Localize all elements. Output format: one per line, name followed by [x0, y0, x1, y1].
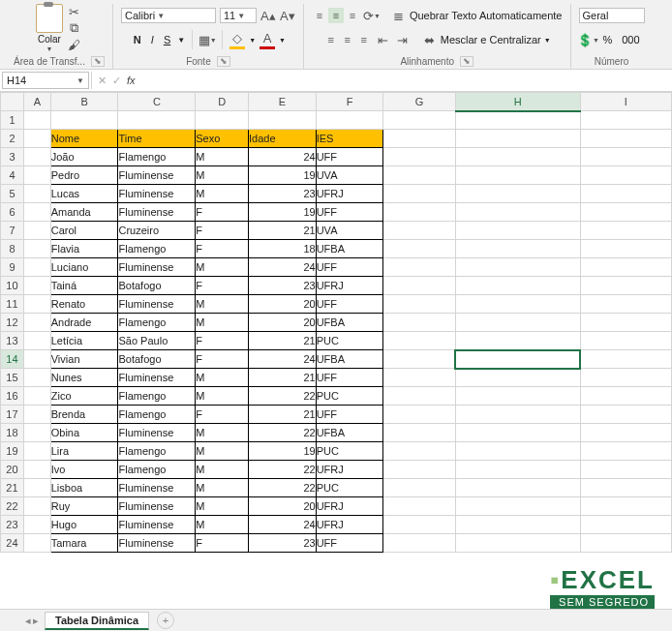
- cell[interactable]: 20: [249, 497, 317, 516]
- cell[interactable]: 19: [249, 203, 317, 222]
- cell[interactable]: Carol: [50, 222, 118, 240]
- cell[interactable]: [580, 130, 671, 148]
- wrap-text-button[interactable]: ≣ Quebrar Texto Automaticamente: [391, 8, 563, 23]
- cell[interactable]: [383, 277, 455, 295]
- cell[interactable]: 24: [249, 148, 317, 166]
- col-header[interactable]: H: [455, 93, 580, 111]
- cell[interactable]: 23: [249, 277, 317, 295]
- cell[interactable]: M: [196, 497, 249, 516]
- percent-button[interactable]: %: [599, 33, 615, 46]
- cell[interactable]: [23, 479, 50, 497]
- tab-prev-icon[interactable]: ◂: [25, 615, 31, 627]
- cell[interactable]: 23: [249, 534, 317, 553]
- cell[interactable]: 24: [249, 516, 317, 534]
- cell[interactable]: [580, 442, 671, 461]
- number-format-dropdown[interactable]: Geral: [579, 8, 645, 23]
- row-header[interactable]: 2: [1, 130, 24, 148]
- cell[interactable]: [23, 166, 50, 185]
- comma-button[interactable]: 000: [619, 33, 642, 46]
- cell[interactable]: [23, 130, 50, 148]
- cell[interactable]: [23, 350, 50, 369]
- cell[interactable]: Letícia: [50, 332, 118, 350]
- cell[interactable]: Flamengo: [118, 240, 196, 258]
- cell[interactable]: [455, 479, 580, 497]
- cell[interactable]: [580, 277, 671, 295]
- row-header[interactable]: 19: [1, 442, 24, 461]
- cell[interactable]: [580, 369, 671, 387]
- cell[interactable]: [383, 497, 455, 516]
- cell[interactable]: F: [196, 350, 249, 369]
- cell[interactable]: [455, 516, 580, 534]
- align-right-icon[interactable]: ≡: [356, 32, 372, 47]
- cell[interactable]: [580, 111, 671, 130]
- cell[interactable]: Fluminense: [118, 497, 196, 516]
- cell[interactable]: [383, 350, 455, 369]
- cell[interactable]: [455, 534, 580, 553]
- cell[interactable]: UFF: [316, 258, 383, 277]
- increase-font-icon[interactable]: A▴: [260, 8, 276, 23]
- align-left-icon[interactable]: ≡: [323, 32, 339, 47]
- cell[interactable]: [383, 240, 455, 258]
- cell[interactable]: UFF: [316, 203, 383, 222]
- cell[interactable]: [383, 406, 455, 424]
- cell[interactable]: [23, 369, 50, 387]
- cell[interactable]: [455, 461, 580, 479]
- cell[interactable]: Ivo: [50, 461, 118, 479]
- cell[interactable]: [580, 406, 671, 424]
- cell[interactable]: [383, 479, 455, 497]
- cell[interactable]: UFF: [316, 148, 383, 166]
- tab-next-icon[interactable]: ▸: [33, 615, 39, 627]
- row-header[interactable]: 9: [1, 258, 24, 277]
- cell[interactable]: [23, 314, 50, 332]
- cell[interactable]: PUC: [316, 332, 383, 350]
- cell[interactable]: [455, 185, 580, 203]
- cell[interactable]: [580, 387, 671, 406]
- cell[interactable]: 22: [249, 424, 317, 442]
- cell[interactable]: [455, 258, 580, 277]
- cell[interactable]: [383, 534, 455, 553]
- cell[interactable]: Flavia: [50, 240, 118, 258]
- cell[interactable]: [455, 111, 580, 130]
- cell[interactable]: Luciano: [50, 258, 118, 277]
- cell[interactable]: Flamengo: [118, 442, 196, 461]
- cell[interactable]: [249, 111, 317, 130]
- cell[interactable]: F: [196, 332, 249, 350]
- paste-button[interactable]: Colar ▼: [36, 4, 63, 52]
- cell[interactable]: [383, 130, 455, 148]
- cell[interactable]: UFF: [316, 406, 383, 424]
- cell[interactable]: UFBA: [316, 424, 383, 442]
- cancel-icon[interactable]: ✕: [98, 75, 107, 87]
- cell[interactable]: [580, 166, 671, 185]
- row-header[interactable]: 18: [1, 424, 24, 442]
- cell[interactable]: [455, 369, 580, 387]
- indent-inc-icon[interactable]: ⇥: [395, 32, 411, 47]
- align-top-icon[interactable]: ≡: [312, 8, 327, 23]
- spreadsheet-grid[interactable]: ABCDEFGHI12NomeTimeSexoIdadeIES3JoãoFlam…: [0, 92, 672, 553]
- cell[interactable]: Fluminense: [118, 295, 196, 314]
- format-painter-icon[interactable]: 🖌: [67, 37, 82, 52]
- cell[interactable]: F: [196, 534, 249, 553]
- cell[interactable]: UFBA: [316, 350, 383, 369]
- cell[interactable]: 19: [249, 442, 317, 461]
- cell[interactable]: UFRJ: [316, 185, 383, 203]
- cell[interactable]: Vivian: [50, 350, 118, 369]
- cell[interactable]: Flamengo: [118, 387, 196, 406]
- cell[interactable]: 21: [249, 369, 317, 387]
- currency-icon[interactable]: 💲▼: [580, 32, 596, 47]
- cell[interactable]: F: [196, 406, 249, 424]
- cell[interactable]: [23, 461, 50, 479]
- cell[interactable]: [455, 295, 580, 314]
- cell[interactable]: [580, 461, 671, 479]
- cell[interactable]: [580, 479, 671, 497]
- cell[interactable]: Fluminense: [118, 166, 196, 185]
- copy-icon[interactable]: ⧉: [67, 20, 82, 36]
- cell[interactable]: 20: [249, 314, 317, 332]
- cell[interactable]: [580, 534, 671, 553]
- cell[interactable]: [383, 222, 455, 240]
- cell[interactable]: [383, 387, 455, 406]
- cell[interactable]: [23, 534, 50, 553]
- cell[interactable]: Sexo: [196, 130, 249, 148]
- cell[interactable]: [23, 222, 50, 240]
- cell[interactable]: 24: [249, 258, 317, 277]
- row-header[interactable]: 17: [1, 406, 24, 424]
